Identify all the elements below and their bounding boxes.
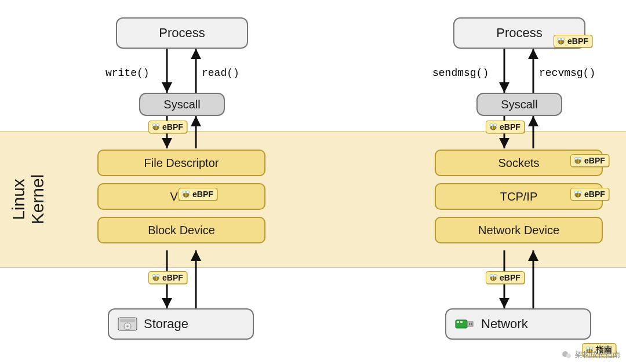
right-network-box: Network bbox=[445, 308, 591, 340]
right-syscall-label: Syscall bbox=[501, 98, 537, 111]
left-layer-2: Block Device bbox=[97, 217, 265, 243]
ebpf-text: eBPF bbox=[162, 122, 183, 132]
svg-point-15 bbox=[126, 325, 129, 327]
bee-icon bbox=[489, 274, 498, 282]
ebpf-badge-right-process: eBPF bbox=[554, 35, 592, 48]
ebpf-text: eBPF bbox=[500, 122, 521, 132]
svg-point-32 bbox=[183, 191, 186, 194]
bee-icon bbox=[151, 274, 161, 282]
left-syscall-box: Syscall bbox=[139, 93, 225, 116]
right-recv-label: recvmsg() bbox=[539, 67, 595, 79]
left-layer-0: File Descriptor bbox=[97, 150, 265, 176]
right-layer-1-label: TCP/IP bbox=[500, 190, 537, 203]
svg-point-69 bbox=[493, 275, 497, 277]
right-send-label: sendmsg() bbox=[432, 67, 489, 79]
ebpf-badge-right-syscall: eBPF bbox=[486, 121, 525, 133]
left-read-label: read() bbox=[202, 67, 239, 79]
left-process-label: Process bbox=[159, 26, 205, 41]
right-network-label: Network bbox=[481, 316, 528, 332]
svg-point-77 bbox=[566, 354, 571, 358]
ebpf-badge-left-storage: eBPF bbox=[148, 271, 187, 284]
wechat-icon bbox=[561, 349, 573, 361]
bee-icon bbox=[556, 37, 566, 45]
svg-point-50 bbox=[490, 124, 493, 126]
storage-icon bbox=[117, 315, 138, 333]
left-layer-0-label: File Descriptor bbox=[144, 156, 219, 170]
svg-point-51 bbox=[493, 124, 497, 126]
ebpf-badge-right-sockets: eBPF bbox=[570, 154, 609, 167]
ebpf-badge-left-vfs: eBPF bbox=[179, 188, 217, 201]
svg-point-27 bbox=[156, 124, 159, 126]
ebpf-text: eBPF bbox=[584, 156, 605, 165]
bee-icon bbox=[151, 123, 161, 131]
svg-point-26 bbox=[152, 124, 156, 126]
ebpf-text: eBPF bbox=[500, 273, 521, 282]
right-process-label: Process bbox=[496, 26, 542, 41]
right-layer-2-label: Network Device bbox=[478, 224, 559, 237]
ebpf-text: eBPF bbox=[567, 37, 588, 46]
svg-point-57 bbox=[578, 158, 581, 160]
left-storage-box: Storage bbox=[108, 308, 254, 340]
right-layer-2: Network Device bbox=[435, 217, 603, 243]
svg-rect-13 bbox=[120, 319, 135, 322]
svg-rect-18 bbox=[460, 321, 463, 323]
svg-rect-17 bbox=[457, 321, 459, 323]
svg-point-62 bbox=[574, 191, 578, 194]
bee-icon bbox=[573, 156, 583, 165]
svg-point-68 bbox=[490, 275, 493, 277]
svg-point-44 bbox=[558, 38, 561, 41]
left-process-box: Process bbox=[116, 17, 248, 49]
left-layer-2-label: Block Device bbox=[148, 224, 215, 237]
kernel-label-line1: Linux bbox=[9, 179, 28, 220]
ebpf-badge-right-tcpip: eBPF bbox=[570, 188, 609, 201]
right-syscall-box: Syscall bbox=[476, 93, 562, 116]
bee-icon bbox=[573, 190, 583, 198]
ebpf-badge-right-network: eBPF bbox=[486, 271, 525, 284]
kernel-label-line2: Kernel bbox=[28, 174, 47, 225]
watermark-text: 架构成长指南 bbox=[575, 350, 620, 360]
svg-rect-20 bbox=[469, 323, 470, 325]
ebpf-text: eBPF bbox=[162, 273, 183, 282]
svg-point-45 bbox=[561, 38, 565, 41]
bee-icon bbox=[489, 123, 498, 131]
kernel-label: Linux Kernel bbox=[9, 174, 47, 225]
left-syscall-label: Syscall bbox=[163, 98, 200, 111]
ebpf-text: eBPF bbox=[584, 190, 605, 199]
left-write-label: write() bbox=[105, 67, 150, 79]
ebpf-text: eBPF bbox=[192, 190, 213, 199]
network-icon bbox=[454, 315, 475, 333]
svg-rect-21 bbox=[471, 323, 472, 325]
right-layer-0-label: Sockets bbox=[498, 156, 539, 170]
kernel-label-wrap: Linux Kernel bbox=[10, 131, 45, 268]
svg-point-33 bbox=[186, 191, 190, 194]
svg-point-38 bbox=[152, 275, 156, 277]
svg-point-56 bbox=[574, 158, 578, 160]
ebpf-badge-left-syscall: eBPF bbox=[148, 121, 187, 133]
watermark: 架构成长指南 bbox=[561, 349, 620, 361]
left-storage-label: Storage bbox=[144, 316, 188, 332]
svg-point-63 bbox=[578, 191, 581, 194]
bee-icon bbox=[181, 190, 191, 198]
svg-point-39 bbox=[156, 275, 159, 277]
